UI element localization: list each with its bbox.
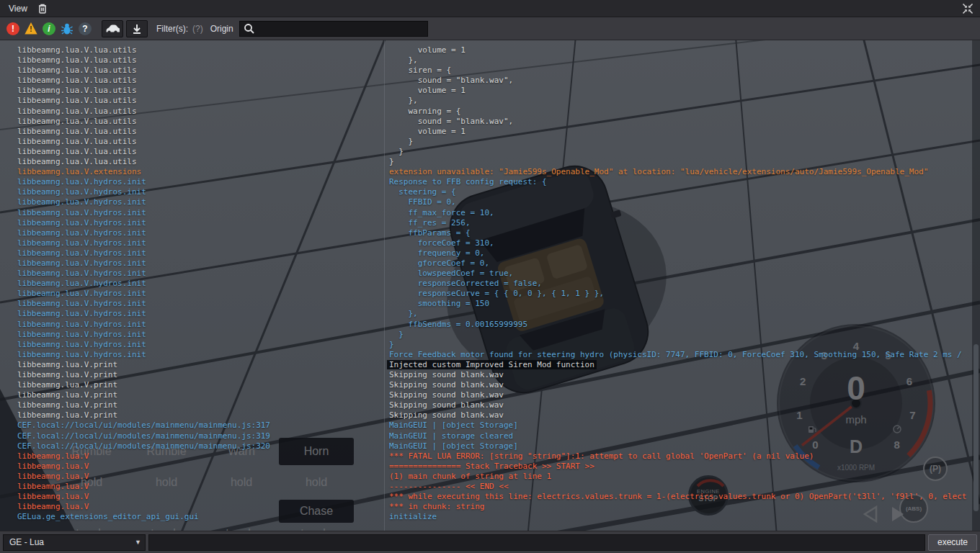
console-row[interactable]: libbeamng.lua.V.hydros.init smoothing = … <box>0 299 980 309</box>
download-icon <box>131 23 143 35</box>
log-message: *** while executing this line: electrics… <box>384 492 980 502</box>
console-row[interactable]: CEF.local://local/ui/modules/mainmenu/ma… <box>0 431 980 441</box>
filter-warnings-button[interactable]: ! <box>22 20 40 37</box>
console-row[interactable]: libbeamng.lua.V.hydros.init lowspeedCoef… <box>0 269 980 279</box>
log-origin: libbeamng.lua.V.lua.utils <box>0 76 384 86</box>
log-message: forceCoef = 310, <box>384 238 980 248</box>
log-message: Force Feedback motor found for steering … <box>384 350 980 360</box>
log-origin: CEF.local://local/ui/modules/mainmenu/ma… <box>0 421 384 431</box>
export-log-button[interactable] <box>126 20 148 37</box>
console-row[interactable]: libbeamng.lua.V.lua.utils volume = 1 <box>0 45 980 55</box>
console-row[interactable]: libbeamng.lua.V.printSkipping sound blan… <box>0 380 980 390</box>
lua-context-dropdown[interactable]: GE - Lua ▼ <box>3 534 146 551</box>
log-message: smoothing = 150 <box>384 299 980 309</box>
console-row[interactable]: libbeamng.lua.V.hydros.init ffbParams = … <box>0 228 980 238</box>
console-row[interactable]: libbeamng.lua.V.hydros.init } <box>0 330 980 340</box>
console-row[interactable]: libbeamng.lua.V.lua.utils siren = { <box>0 66 980 76</box>
console-row[interactable]: libbeamng.lua.V.printInjected custom Imp… <box>0 360 980 370</box>
console-row[interactable]: libbeamng.lua.V.extensionsextension unav… <box>0 167 980 177</box>
execute-button[interactable]: execute <box>928 534 977 551</box>
console-row[interactable]: libbeamng.lua.V.printSkipping sound blan… <box>0 410 980 421</box>
log-message: } <box>384 340 980 350</box>
console-row[interactable]: libbeamng.lua.V.hydros.initResponse to F… <box>0 177 980 187</box>
console-row[interactable]: libbeamng.lua.V.printSkipping sound blan… <box>0 370 980 380</box>
log-origin: libbeamng.lua.V.lua.utils <box>0 86 384 96</box>
dock-window-button[interactable] <box>960 1 976 17</box>
filter-debug-button[interactable] <box>58 20 76 37</box>
log-origin: libbeamng.lua.V <box>0 502 384 512</box>
log-message: ff_max_force = 10, <box>384 208 980 218</box>
column-divider <box>384 40 385 531</box>
log-origin: libbeamng.lua.V <box>0 482 384 492</box>
vehicle-console-button[interactable] <box>102 20 123 37</box>
log-message: steering = { <box>384 187 980 197</box>
log-message: --------------- << END << <box>384 482 980 492</box>
console-row[interactable]: libbeamng.lua.V*** FATAL LUA ERROR: [str… <box>0 451 980 462</box>
log-message: } <box>384 157 980 167</box>
console-row[interactable]: libbeamng.lua.V.printSkipping sound blan… <box>0 390 980 400</box>
console-row[interactable]: libbeamng.lua.V--------------- << END << <box>0 482 980 492</box>
console-row[interactable]: libbeamng.lua.V.hydros.init ffbSendms = … <box>0 320 980 330</box>
log-origin: CEF.local://local/ui/modules/mainmenu/ma… <box>0 431 384 441</box>
console-row[interactable]: libbeamng.lua.V.lua.utils }, <box>0 96 980 106</box>
log-origin: libbeamng.lua.V.print <box>0 400 384 410</box>
log-message: FFBID = 0, <box>384 197 980 207</box>
console-row[interactable]: libbeamng.lua.V*** in chunk: string <box>0 502 980 512</box>
filters-label: Filter(s): <box>156 24 188 34</box>
log-message: Skipping sound blank.wav <box>384 400 980 410</box>
console-row[interactable]: GELua.ge_extensions_editor_api_gui.guiin… <box>0 512 980 522</box>
console-row[interactable]: libbeamng.lua.V=============== Stack Tra… <box>0 462 980 472</box>
console-row[interactable]: libbeamng.lua.V.hydros.init frequency = … <box>0 248 980 258</box>
log-message: siren = { <box>384 66 980 76</box>
command-input[interactable] <box>148 534 925 551</box>
log-message: gforceCoef = 0, <box>384 258 980 269</box>
view-menu[interactable]: View <box>4 2 32 15</box>
console-row[interactable]: libbeamng.lua.V.lua.utils sound = "blank… <box>0 76 980 86</box>
filters-help: (?) <box>192 24 203 34</box>
log-message: Skipping sound blank.wav <box>384 410 980 421</box>
console-row[interactable]: libbeamng.lua.V.printSkipping sound blan… <box>0 400 980 410</box>
search-input[interactable] <box>257 24 424 34</box>
log-message: extension unavailable: "Jamie599s_Openab… <box>384 167 980 177</box>
console-row[interactable]: libbeamng.lua.V.lua.utils } <box>0 147 980 157</box>
filter-unknown-button[interactable]: ? <box>76 20 94 37</box>
filter-info-button[interactable]: i <box>40 20 58 37</box>
log-message: warning = { <box>384 107 980 117</box>
log-message: MainGEUI | [object Storage] <box>384 441 980 451</box>
scrollbar[interactable] <box>972 40 980 531</box>
console-row[interactable]: libbeamng.lua.V.hydros.init gforceCoef =… <box>0 258 980 269</box>
console-row[interactable]: libbeamng.lua.V.hydros.init forceCoef = … <box>0 238 980 248</box>
log-message: volume = 1 <box>384 45 980 55</box>
console-row[interactable]: libbeamng.lua.V.lua.utils volume = 1 <box>0 127 980 137</box>
console-row[interactable]: libbeamng.lua.V.hydros.init ff_max_force… <box>0 208 980 218</box>
console-row[interactable]: libbeamng.lua.V.hydros.initForce Feedbac… <box>0 350 980 360</box>
log-origin: libbeamng.lua.V.lua.utils <box>0 96 384 106</box>
console-row[interactable]: libbeamng.lua.V.lua.utils warning = { <box>0 107 980 117</box>
console-row[interactable]: libbeamng.lua.V.lua.utils volume = 1 <box>0 86 980 96</box>
filter-errors-button[interactable]: ! <box>4 20 22 37</box>
command-bar: GE - Lua ▼ execute <box>0 531 980 553</box>
console-row[interactable]: libbeamng.lua.V.hydros.init FFBID = 0, <box>0 197 980 207</box>
console-row[interactable]: CEF.local://local/ui/modules/mainmenu/ma… <box>0 441 980 451</box>
console-row[interactable]: libbeamng.lua.V.hydros.init ff_res = 256… <box>0 218 980 228</box>
log-message: }, <box>384 96 980 106</box>
log-origin: libbeamng.lua.V <box>0 462 384 472</box>
console-row[interactable]: libbeamng.lua.V.hydros.init }, <box>0 309 980 319</box>
console-row[interactable]: libbeamng.lua.V*** while executing this … <box>0 492 980 502</box>
clear-console-button[interactable] <box>36 1 49 16</box>
console-row[interactable]: libbeamng.lua.V.lua.utils }, <box>0 55 980 66</box>
console-row[interactable]: libbeamng.lua.V(1) main chunk of string … <box>0 472 980 482</box>
console-row[interactable]: libbeamng.lua.V.hydros.init responseCurv… <box>0 289 980 299</box>
console-row[interactable]: libbeamng.lua.V.lua.utils sound = "blank… <box>0 117 980 127</box>
console-row[interactable]: CEF.local://local/ui/modules/mainmenu/ma… <box>0 421 980 431</box>
console-row[interactable]: libbeamng.lua.V.hydros.init} <box>0 340 980 350</box>
scrollbar-thumb[interactable] <box>974 344 979 511</box>
console-row[interactable]: libbeamng.lua.V.lua.utils } <box>0 137 980 147</box>
console-row[interactable]: libbeamng.lua.V.hydros.init responseCorr… <box>0 279 980 289</box>
log-origin: CEF.local://local/ui/modules/mainmenu/ma… <box>0 441 384 451</box>
log-origin: libbeamng.lua.V.lua.utils <box>0 127 384 137</box>
console-row[interactable]: libbeamng.lua.V.lua.utils} <box>0 157 980 167</box>
log-origin: libbeamng.lua.V.hydros.init <box>0 289 384 299</box>
log-message: *** FATAL LUA ERROR: [string "string"]:1… <box>384 451 980 462</box>
console-row[interactable]: libbeamng.lua.V.hydros.init steering = { <box>0 187 980 197</box>
